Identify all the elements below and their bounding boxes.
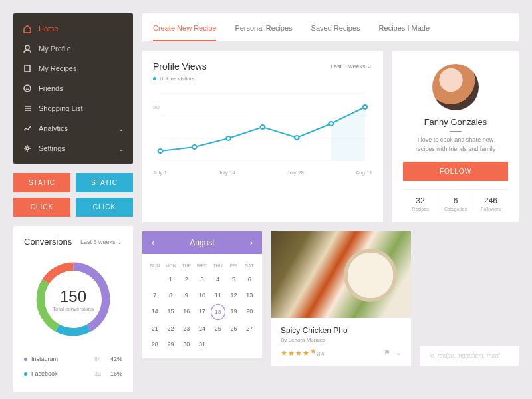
calendar-day[interactable]: 21	[148, 321, 162, 336]
calendar-day[interactable]: 29	[164, 337, 178, 352]
calendar-day[interactable]: 24	[195, 321, 209, 336]
book-icon	[23, 64, 32, 73]
svg-point-13	[158, 149, 163, 153]
calendar-day[interactable]: 12	[227, 288, 241, 303]
calendar-day[interactable]: 18	[211, 304, 225, 320]
static-button-blue[interactable]: STATIC	[76, 173, 133, 192]
recipe-rating: ★★★★★34	[281, 347, 325, 358]
calendar-day[interactable]: 27	[242, 321, 257, 336]
sidebar-item-label: Shopping List	[39, 104, 83, 112]
calendar-day[interactable]: 16	[179, 304, 194, 320]
chart-icon	[23, 124, 32, 133]
svg-point-18	[329, 122, 333, 126]
tab-saved-recipes[interactable]: Saved Recipes	[311, 24, 360, 41]
svg-point-15	[226, 136, 231, 140]
calendar-dow: MON	[164, 261, 178, 271]
conversion-row: Facebook3216%	[24, 366, 122, 381]
click-button-orange[interactable]: CLICK	[13, 198, 70, 217]
calendar-day[interactable]: 1	[164, 272, 178, 287]
calendar-day[interactable]: 23	[179, 321, 194, 336]
calendar-day[interactable]: 10	[195, 288, 209, 303]
recipe-image	[271, 231, 411, 318]
calendar-day[interactable]: 28	[148, 337, 162, 352]
conversions-total-label: Total conversions	[53, 306, 94, 312]
calendar-day[interactable]: 4	[211, 272, 225, 287]
conversions-title: Conversions	[24, 237, 72, 247]
sidebar-item-label: My Recipes	[39, 65, 76, 72]
calendar-day[interactable]: 3	[195, 272, 209, 287]
calendar-day[interactable]: 8	[164, 288, 178, 303]
calendar-day[interactable]: 31	[195, 337, 209, 352]
calendar-dow: SAT	[242, 261, 257, 271]
calendar-dow: THU	[211, 261, 225, 271]
calendar-day[interactable]: 2	[179, 272, 194, 287]
sidebar-item-settings[interactable]: Settings⌄	[13, 138, 133, 158]
sidebar-item-analytics[interactable]: Analytics⌄	[13, 118, 133, 138]
profile-views-legend: Unique visitors	[153, 76, 372, 82]
tabs-bar: Create New RecipePersonal RecipesSaved R…	[142, 13, 519, 41]
conversions-total: 150	[60, 287, 86, 306]
sidebar-item-label: Settings	[39, 144, 65, 152]
sidebar-item-label: My Profile	[39, 45, 71, 53]
calendar-day	[211, 337, 225, 352]
chevron-down-icon: ⌄	[118, 125, 124, 132]
calendar-day[interactable]: 17	[195, 304, 209, 320]
static-button-orange[interactable]: STATIC	[13, 173, 70, 192]
smile-icon	[23, 84, 32, 93]
calendar-dow: FRI	[227, 261, 241, 271]
calendar-day[interactable]: 11	[211, 288, 225, 303]
profile-bio: I love to cook and share new recipes wit…	[403, 136, 508, 154]
calendar-day[interactable]: 26	[227, 321, 241, 336]
calendar-day[interactable]: 9	[179, 288, 194, 303]
profile-views-title: Profile Views	[153, 61, 207, 72]
calendar-day[interactable]: 6	[242, 272, 257, 287]
svg-point-2	[24, 85, 31, 92]
search-placeholder[interactable]: ie. recipe, ingredient, meal	[430, 352, 500, 359]
calendar-day[interactable]: 30	[179, 337, 194, 352]
profile-card: Fanny Gonzales I love to cook and share …	[392, 51, 519, 222]
profile-name: Fanny Gonzales	[403, 117, 508, 127]
sidebar-item-my-profile[interactable]: My Profile	[13, 39, 133, 59]
calendar-dow: TUE	[179, 261, 194, 271]
calendar-day[interactable]: 20	[242, 304, 257, 320]
calendar-day[interactable]: 13	[242, 288, 257, 303]
bookmark-icon[interactable]: ⚑	[384, 348, 390, 357]
sidebar-item-friends[interactable]: Friends	[13, 78, 133, 98]
sidebar-item-label: Friends	[39, 84, 63, 92]
calendar-prev[interactable]: ‹	[152, 238, 154, 247]
profile-stat: 6Categories	[438, 196, 473, 211]
recipe-author: By Lenora Morales	[281, 337, 402, 343]
calendar-day	[227, 337, 241, 352]
search-card: ie. recipe, ingredient, meal	[420, 346, 519, 366]
follow-button[interactable]: FOLLOW	[403, 162, 508, 181]
calendar-next[interactable]: ›	[250, 238, 253, 247]
profile-stat: 246Followers	[473, 196, 508, 211]
calendar-day[interactable]: 7	[148, 288, 162, 303]
svg-text:80: 80	[153, 104, 160, 110]
profile-views-range[interactable]: Last 6 weeks ⌄	[331, 63, 372, 70]
click-button-blue[interactable]: CLICK	[76, 198, 133, 217]
sidebar-item-shopping-list[interactable]: Shopping List	[13, 98, 133, 118]
svg-rect-1	[25, 65, 30, 72]
sidebar: HomeMy ProfileMy RecipesFriendsShopping …	[13, 13, 133, 164]
calendar-month: August	[190, 238, 214, 247]
svg-point-0	[25, 45, 29, 49]
tab-personal-recipes[interactable]: Personal Recipes	[235, 24, 292, 41]
calendar-day[interactable]: 22	[164, 321, 178, 336]
home-icon	[23, 24, 32, 33]
profile-stat: 32Recipes	[403, 196, 438, 211]
sidebar-item-home[interactable]: Home	[13, 19, 133, 39]
calendar-day[interactable]: 15	[164, 304, 178, 320]
calendar-day[interactable]: 25	[211, 321, 225, 336]
calendar-day[interactable]: 19	[227, 304, 241, 320]
conversions-range[interactable]: Last 6 weeks ⌄	[80, 239, 122, 245]
tab-create-new-recipe[interactable]: Create New Recipe	[153, 24, 216, 41]
recipe-title: Spicy Chicken Pho	[281, 326, 402, 335]
user-icon	[23, 44, 32, 53]
calendar-day[interactable]: 5	[227, 272, 241, 287]
expand-icon[interactable]: ⌄	[396, 348, 402, 357]
tab-recipes-i-made[interactable]: Recipes I Made	[379, 24, 430, 41]
sidebar-item-my-recipes[interactable]: My Recipes	[13, 59, 133, 78]
conversions-card: Conversions Last 6 weeks ⌄ 150 Total con…	[13, 226, 133, 392]
calendar-day[interactable]: 14	[148, 304, 162, 320]
